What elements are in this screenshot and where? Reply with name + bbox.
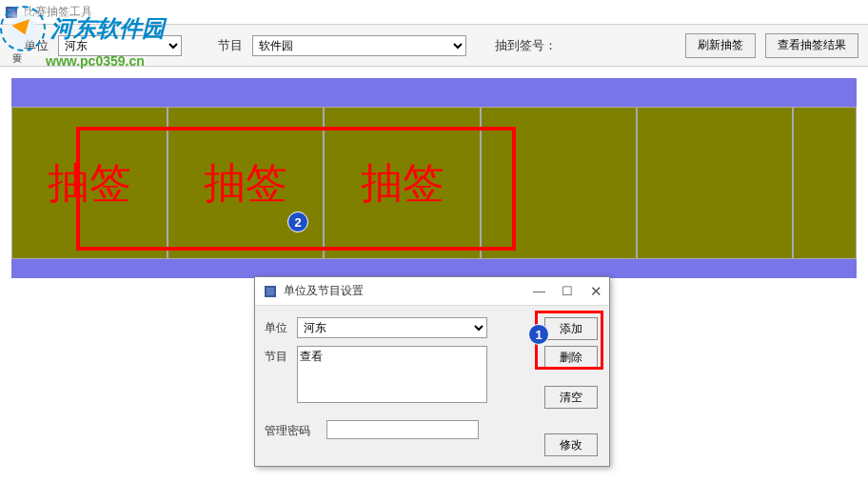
drawn-label: 抽到签号： xyxy=(495,37,557,54)
lottery-cell-4[interactable] xyxy=(481,107,637,259)
lottery-cell-1[interactable]: 抽签 xyxy=(11,107,168,259)
close-icon[interactable]: ✕ xyxy=(590,283,602,300)
minimize-icon[interactable]: — xyxy=(533,284,544,298)
dialog-side-buttons: 添加 删除 清空 修改 xyxy=(544,317,598,456)
main-window: 比赛抽签工具 河东软件园 www.pc0359.cn 央管 单位 河东 节目 软… xyxy=(0,0,868,503)
dialog-titlebar[interactable]: 单位及节目设置 — ☐ ✕ xyxy=(255,277,609,306)
modify-button[interactable]: 修改 xyxy=(544,433,598,456)
add-button[interactable]: 添加 xyxy=(544,317,598,340)
unit-select[interactable]: 河东 xyxy=(58,35,182,56)
annotation-marker-1: 1 xyxy=(528,324,549,345)
lottery-cell-5[interactable] xyxy=(637,107,793,259)
app-icon xyxy=(4,5,19,20)
lottery-table: 抽签 抽签 抽签 xyxy=(11,107,857,259)
main-title: 比赛抽签工具 xyxy=(24,4,92,20)
dialog-unit-label: 单位 xyxy=(265,317,297,336)
program-select[interactable]: 软件园 xyxy=(252,35,466,56)
unit-label: 单位 xyxy=(24,37,49,54)
lottery-cell-3[interactable]: 抽签 xyxy=(324,107,480,259)
dialog-password-input[interactable] xyxy=(326,420,479,439)
settings-dialog: 单位及节目设置 — ☐ ✕ 单位 河东 节目 管理密码 xyxy=(254,276,610,467)
clear-button[interactable]: 清空 xyxy=(544,386,598,409)
refresh-button[interactable]: 刷新抽签 xyxy=(685,33,756,58)
dialog-icon xyxy=(263,284,278,299)
maximize-icon[interactable]: ☐ xyxy=(562,284,573,298)
dialog-program-label: 节目 xyxy=(265,346,297,365)
program-label: 节目 xyxy=(218,37,243,54)
dialog-unit-select[interactable]: 河东 xyxy=(297,317,487,338)
dialog-title: 单位及节目设置 xyxy=(284,283,364,299)
main-titlebar: 比赛抽签工具 xyxy=(0,0,868,25)
dialog-program-textarea[interactable] xyxy=(297,346,487,403)
delete-button[interactable]: 删除 xyxy=(544,346,598,369)
svg-rect-1 xyxy=(8,9,15,16)
svg-rect-3 xyxy=(266,288,274,295)
view-result-button[interactable]: 查看抽签结果 xyxy=(765,33,858,58)
lottery-cell-2[interactable]: 抽签 xyxy=(168,107,324,259)
lottery-cell-6[interactable] xyxy=(793,107,857,259)
toolbar: 央管 单位 河东 节目 软件园 抽到签号： 刷新抽签 查看抽签结果 xyxy=(0,25,868,67)
dialog-password-label: 管理密码 xyxy=(265,420,322,439)
annotation-marker-2: 2 xyxy=(287,211,308,232)
purple-frame: 抽签 抽签 抽签 xyxy=(11,78,857,278)
